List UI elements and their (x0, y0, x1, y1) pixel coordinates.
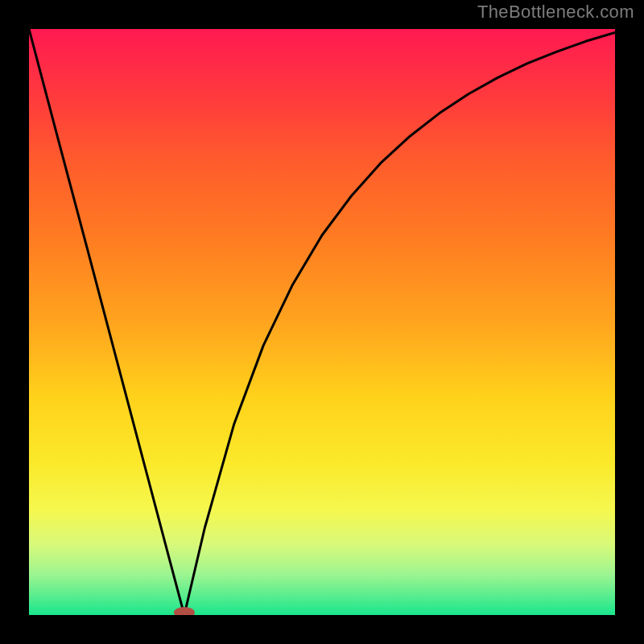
chart-frame: TheBottleneck.com (0, 0, 644, 644)
chart-svg (29, 29, 615, 615)
watermark-text: TheBottleneck.com (477, 2, 634, 23)
optimal-marker (174, 607, 195, 615)
curve-path (29, 29, 615, 615)
bottleneck-curve (29, 29, 615, 615)
optimal-marker-dot (174, 607, 195, 615)
plot-area (29, 29, 615, 615)
